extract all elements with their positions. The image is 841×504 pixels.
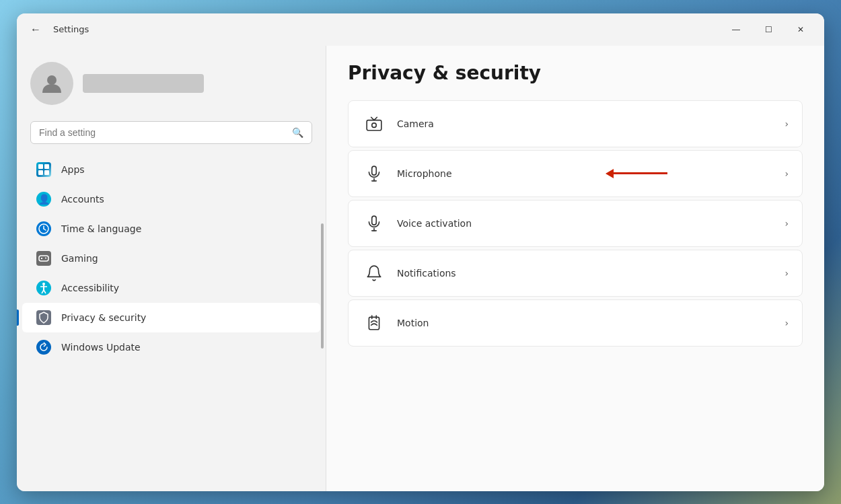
voice-icon-wrap [362,211,386,236]
search-box[interactable]: 🔍 [30,121,312,144]
sidebar-scrollbar[interactable] [321,223,324,348]
setting-voice[interactable]: Voice activation › [348,200,803,247]
camera-chevron: › [784,118,789,129]
close-button[interactable]: ✕ [785,19,816,40]
sidebar-item-apps[interactable]: Apps [22,155,320,184]
avatar[interactable] [30,62,73,105]
voice-label: Voice activation [397,218,784,229]
sidebar-item-accounts[interactable]: 👤 Accounts [22,184,320,214]
microphone-chevron: › [784,168,789,179]
voice-icon [365,215,383,232]
user-section [17,57,326,118]
notifications-icon-wrap [362,261,386,285]
motion-icon [365,314,383,332]
time-icon [36,221,52,237]
camera-icon [365,115,383,133]
maximize-button[interactable]: ☐ [753,19,784,40]
search-icon: 🔍 [292,127,303,138]
camera-icon-wrap [362,112,386,136]
minimize-button[interactable]: — [721,19,752,40]
setting-camera[interactable]: Camera › [348,100,803,147]
notifications-label: Notifications [397,268,784,279]
svg-rect-16 [372,166,377,175]
sidebar-item-time[interactable]: Time & language [22,214,320,244]
notifications-chevron: › [784,268,789,279]
setting-microphone[interactable]: Microphone › [348,150,803,197]
svg-point-0 [47,75,57,85]
gaming-icon [36,250,52,266]
sidebar-wrapper: 🔍 Apps 👤 Accounts [17,46,326,491]
apps-icon [36,161,52,178]
svg-point-9 [42,283,45,285]
microphone-icon [365,165,383,182]
sidebar-item-accessibility[interactable]: Accessibility [22,273,320,303]
content-area: Privacy & security Camera › [326,46,824,491]
titlebar: ← Settings — ☐ ✕ [17,13,824,46]
sidebar-item-privacy[interactable]: Privacy & security [22,303,320,332]
sidebar-item-update[interactable]: Windows Update [22,332,320,362]
svg-point-15 [372,122,377,127]
voice-chevron: › [784,218,789,229]
search-input[interactable] [39,127,287,138]
camera-label: Camera [397,118,784,129]
nav-label-time: Time & language [61,223,141,234]
nav-label-update: Windows Update [61,342,141,353]
svg-rect-19 [372,216,377,225]
back-button[interactable]: ← [25,19,46,40]
notifications-icon [365,264,383,282]
search-container: 🔍 [17,118,326,155]
nav-label-privacy: Privacy & security [61,312,146,323]
motion-label: Motion [397,318,784,328]
titlebar-left: ← Settings [25,19,721,40]
microphone-icon-wrap [362,161,386,186]
svg-line-12 [42,290,44,293]
page-title: Privacy & security [348,62,803,84]
settings-window: ← Settings — ☐ ✕ [17,13,824,491]
svg-rect-4 [39,256,48,261]
accessibility-icon [36,280,52,296]
arrow-line [614,172,667,174]
svg-point-8 [46,258,46,258]
nav-label-accounts: Accounts [61,194,104,205]
sidebar: 🔍 Apps 👤 Accounts [17,46,326,491]
privacy-icon [36,310,52,326]
main-content: 🔍 Apps 👤 Accounts [17,46,824,491]
setting-motion[interactable]: Motion › [348,299,803,347]
sidebar-item-gaming[interactable]: Gaming [22,244,320,273]
motion-icon-wrap [362,311,386,335]
window-title: Settings [53,24,89,34]
microphone-label: Microphone [397,168,784,179]
motion-chevron: › [784,318,789,328]
arrow-head [606,169,614,178]
setting-notifications[interactable]: Notifications › [348,250,803,297]
svg-line-3 [44,229,46,230]
svg-rect-14 [367,120,381,130]
nav-label-apps: Apps [61,164,85,175]
titlebar-controls: — ☐ ✕ [721,19,816,40]
user-name [83,74,204,93]
user-icon [40,71,64,96]
svg-line-13 [44,290,46,293]
nav-label-gaming: Gaming [61,253,98,264]
update-icon [36,339,52,355]
pointer-arrow [606,169,667,178]
nav-label-accessibility: Accessibility [61,283,119,293]
accounts-icon: 👤 [36,191,52,207]
